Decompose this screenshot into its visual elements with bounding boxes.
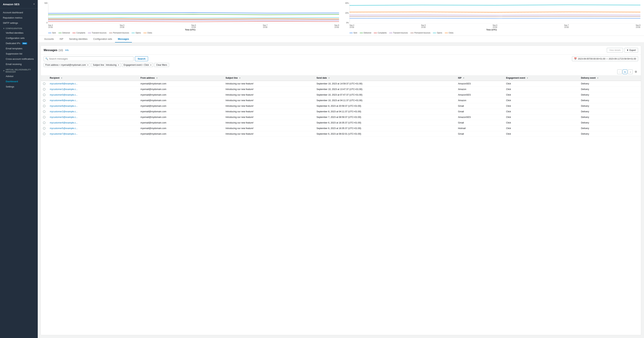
row-delivery-0: Delivery bbox=[579, 81, 641, 87]
sidebar-item-email-receiving[interactable]: Email receiving bbox=[3, 62, 38, 67]
row-radio-4[interactable] bbox=[43, 105, 46, 107]
sidebar-item-settings[interactable]: Settings bbox=[3, 84, 38, 89]
legend-delivered: Delivered bbox=[58, 32, 70, 34]
row-recipient-7[interactable]: mycustomer4@example.c... bbox=[50, 121, 78, 124]
row-recipient-4[interactable]: mycustomer6@example.c... bbox=[50, 105, 78, 107]
sort-recipient-icon[interactable]: ▼ bbox=[61, 77, 62, 79]
row-delivery-2: Delivery bbox=[579, 92, 641, 98]
tab-messages[interactable]: Messages bbox=[115, 36, 132, 43]
left-x-label-1: Sep 423:00 bbox=[48, 24, 53, 28]
sidebar-item-dedicated-ips[interactable]: Dedicated IPs New bbox=[3, 41, 38, 46]
sidebar-item-suppression-list[interactable]: Suppression list bbox=[3, 51, 38, 56]
main-content: 500 0 bbox=[38, 0, 644, 338]
tab-sending-identities[interactable]: Sending identities bbox=[66, 36, 90, 43]
search-input[interactable] bbox=[49, 57, 132, 60]
left-x-label-4: Sep 723:00 bbox=[263, 24, 268, 28]
row-recipient-8[interactable]: mycustomer5@example.c... bbox=[50, 127, 78, 130]
row-isp-2: AmazonSES bbox=[456, 92, 504, 98]
search-input-wrap: 🔍 bbox=[44, 56, 134, 61]
row-subject-4: Introducing our new feature! bbox=[223, 103, 314, 109]
row-engagement-7: Click bbox=[504, 120, 579, 126]
row-isp-6: AmazonSES bbox=[456, 114, 504, 120]
export-button[interactable]: ⬆ Export bbox=[624, 48, 638, 53]
sidebar-item-advisor[interactable]: Advisor bbox=[3, 74, 38, 79]
row-delivery-6: Delivery bbox=[579, 114, 641, 120]
tab-configuration-sets[interactable]: Configuration sets bbox=[90, 36, 115, 43]
row-radio-0[interactable] bbox=[43, 82, 46, 85]
row-recipient-3[interactable]: mycustomer8@example.c... bbox=[50, 99, 78, 102]
page-1-button[interactable]: 1 bbox=[622, 69, 627, 74]
sidebar-item-smtp-settings[interactable]: SMTP settings bbox=[0, 20, 38, 26]
info-badge[interactable]: Info bbox=[65, 49, 69, 52]
col-send-date: Send date ▼ bbox=[314, 75, 456, 81]
filter-chips: From address = myemail@mydomain.com × Su… bbox=[41, 62, 641, 68]
sort-delivery-icon[interactable]: ▼ bbox=[597, 77, 599, 79]
row-from-9: myemail@mydomain.com bbox=[138, 131, 223, 137]
col-delivery-event: Delivery event ▼ bbox=[579, 75, 641, 81]
sidebar-section-configuration[interactable]: ▼ Configuration bbox=[0, 26, 38, 30]
row-radio-8[interactable] bbox=[43, 127, 46, 130]
row-recipient-1[interactable]: mycustomer1@example.c... bbox=[50, 88, 78, 91]
sort-engagement-icon[interactable]: ▼ bbox=[526, 77, 528, 79]
filter-from-address-close[interactable]: × bbox=[87, 64, 88, 66]
messages-table: Recipient ▼ From address ▼ Subject line … bbox=[41, 75, 641, 137]
row-radio-6[interactable] bbox=[43, 116, 46, 118]
row-engagement-6: Click bbox=[504, 114, 579, 120]
row-radio-3[interactable] bbox=[43, 99, 46, 102]
sidebar-item-email-templates[interactable]: Email templates bbox=[3, 46, 38, 51]
prev-page-button[interactable]: ‹ bbox=[617, 69, 622, 74]
row-radio-2[interactable] bbox=[43, 94, 46, 96]
sidebar-section-vdm[interactable]: ▼ Virtual Deliverability Manager bbox=[0, 67, 38, 74]
table-settings-icon[interactable]: ⚙ bbox=[634, 69, 638, 74]
row-isp-7: Gmail bbox=[456, 120, 504, 126]
left-x-label-2: Sep 523:00 bbox=[120, 24, 124, 28]
row-radio-1[interactable] bbox=[43, 88, 46, 91]
row-from-8: myemail@mydomain.com bbox=[138, 126, 223, 131]
next-page-button[interactable]: › bbox=[628, 69, 633, 74]
tab-isp[interactable]: ISP bbox=[56, 36, 66, 43]
sort-isp-icon[interactable]: ▼ bbox=[463, 77, 464, 79]
row-subject-5: Introducing our new feature! bbox=[223, 109, 314, 114]
row-senddate-9: September 6, 2023 at 08:02:01 (UTC+01:00… bbox=[314, 131, 456, 137]
date-filter[interactable]: 📅 2023-09-05T00:00:00+01:00 — 2023-09-11… bbox=[572, 56, 638, 61]
row-from-1: myemail@mydomain.com bbox=[138, 87, 223, 92]
sidebar-close-button[interactable]: × bbox=[33, 3, 35, 6]
row-recipient-6[interactable]: mycustomer3@example.c... bbox=[50, 116, 78, 118]
row-radio-9[interactable] bbox=[43, 133, 46, 135]
sidebar-section-vdm-label: Virtual Deliverability Manager bbox=[6, 69, 35, 73]
right-x-label-2: Sep 523:00 bbox=[421, 24, 426, 28]
sidebar-item-account-dashboard[interactable]: Account dashboard bbox=[0, 10, 38, 15]
filter-engagement-event-close[interactable]: × bbox=[150, 64, 152, 66]
sort-from-icon[interactable]: ▼ bbox=[156, 77, 158, 79]
row-from-4: myemail@mydomain.com bbox=[138, 103, 223, 109]
row-recipient-9[interactable]: mycustomer7@example.c... bbox=[50, 133, 78, 135]
filter-subject-line-close[interactable]: × bbox=[118, 64, 119, 66]
sidebar-item-configuration-sets[interactable]: Configuration sets bbox=[3, 36, 38, 41]
sort-subject-icon[interactable]: ▼ bbox=[239, 77, 241, 79]
row-isp-1: Amazon bbox=[456, 87, 504, 92]
sidebar-item-dashboard[interactable]: Dashboard bbox=[3, 79, 38, 84]
row-delivery-8: Delivery bbox=[579, 126, 641, 131]
row-radio-7[interactable] bbox=[43, 121, 46, 124]
search-button[interactable]: Search bbox=[135, 56, 148, 61]
sidebar-item-reputation-metrics[interactable]: Reputation metrics bbox=[0, 15, 38, 20]
row-recipient-5[interactable]: mycustomer2@example.c... bbox=[50, 110, 78, 113]
legend-complaints: Complaints bbox=[72, 32, 85, 34]
view-details-button[interactable]: View details bbox=[607, 48, 623, 53]
row-radio-5[interactable] bbox=[43, 110, 46, 113]
sidebar-item-cross-account-notifications[interactable]: Cross-account notifications bbox=[3, 56, 38, 62]
tab-accounts[interactable]: Accounts bbox=[41, 36, 56, 43]
messages-panel: Messages (10) Info View details ⬆ Export… bbox=[40, 46, 641, 335]
row-recipient-2[interactable]: mycustomer0@example.c... bbox=[50, 94, 78, 96]
right-legend-delivered: Delivered bbox=[360, 32, 371, 34]
filter-chip-engagement-event: Engagement event = Click × bbox=[122, 63, 153, 67]
sidebar-item-verified-identities[interactable]: Verified identities bbox=[3, 30, 38, 36]
left-chart-legend: Sent Delivered Complaints Transient boun… bbox=[48, 32, 339, 34]
right-legend-opens: Opens bbox=[433, 32, 442, 34]
legend-opens: Opens bbox=[132, 32, 141, 34]
table-row: mycustomer6@example.c... myemail@mydomai… bbox=[41, 103, 641, 109]
row-delivery-3: Delivery bbox=[579, 98, 641, 103]
clear-filters-button[interactable]: Clear filters bbox=[154, 63, 169, 67]
sort-date-icon[interactable]: ▼ bbox=[328, 77, 330, 79]
row-recipient-0[interactable]: mycustomer9@example.c... bbox=[50, 82, 78, 85]
